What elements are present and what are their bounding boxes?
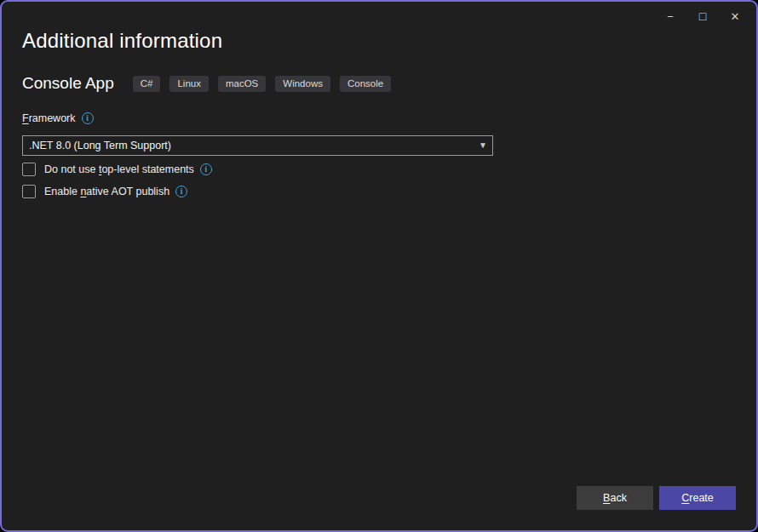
- tag-platform-macos: macOS: [218, 76, 266, 92]
- tag-platform-windows: Windows: [275, 76, 330, 92]
- native-aot-checkbox[interactable]: [22, 185, 36, 198]
- tag-list: C# Linux macOS Windows Console: [133, 76, 391, 92]
- back-button[interactable]: Back: [577, 486, 653, 510]
- project-type-name: Console App: [22, 74, 114, 93]
- close-icon[interactable]: ✕: [719, 5, 751, 27]
- dialog-footer: Back Create: [577, 486, 736, 510]
- framework-info-icon[interactable]: i: [82, 112, 94, 124]
- tag-project-console: Console: [340, 76, 391, 92]
- framework-label: Framework: [22, 112, 76, 124]
- framework-label-row: Framework i: [22, 112, 94, 124]
- maximize-icon[interactable]: □: [686, 5, 719, 27]
- tag-language: C#: [133, 76, 161, 92]
- option-top-level-statements: Do not use top-level statements i: [22, 163, 212, 176]
- top-level-statements-info-icon[interactable]: i: [200, 163, 212, 175]
- native-aot-info-icon[interactable]: i: [175, 186, 187, 197]
- page-title: Additional information: [22, 29, 222, 53]
- framework-selected-value: .NET 8.0 (Long Term Support): [29, 140, 479, 152]
- framework-dropdown[interactable]: .NET 8.0 (Long Term Support) ▼: [22, 135, 493, 156]
- project-type-row: Console App C# Linux macOS Windows Conso…: [22, 74, 391, 93]
- create-button[interactable]: Create: [659, 486, 736, 510]
- additional-information-dialog: − □ ✕ Additional information Console App…: [0, 0, 758, 532]
- top-level-statements-checkbox[interactable]: [22, 163, 36, 176]
- native-aot-label[interactable]: Enable native AOT publish: [44, 186, 169, 197]
- top-level-statements-label[interactable]: Do not use top-level statements: [44, 163, 194, 175]
- tag-platform-linux: Linux: [169, 76, 209, 92]
- option-native-aot: Enable native AOT publish i: [22, 185, 187, 198]
- window-controls: − □ ✕: [654, 5, 751, 27]
- chevron-down-icon: ▼: [479, 141, 487, 150]
- minimize-icon[interactable]: −: [654, 5, 686, 27]
